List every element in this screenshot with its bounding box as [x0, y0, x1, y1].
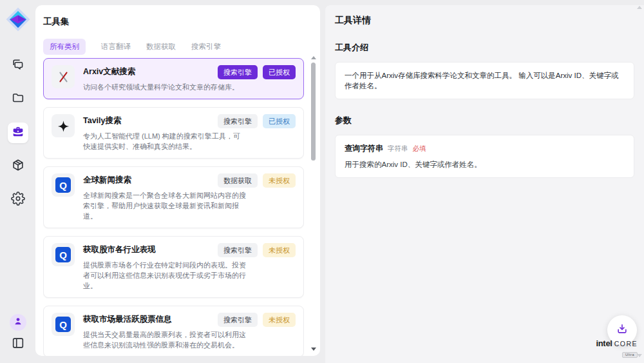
- list-scrollbar[interactable]: [310, 55, 316, 352]
- intro-text: 一个用于从Arxiv存储库搜索科学论文和文章的工具。 输入可以是Arxiv ID…: [345, 70, 625, 91]
- param-card: 查询字符串 字符串 必填 用于搜索的Arxiv ID、关键字或作者姓名。: [335, 135, 634, 178]
- tool-card[interactable]: Q获取市场最活跃股票信息搜索引擎未授权提供当天交易量最高的股票列表，投资者可以利…: [43, 306, 304, 356]
- tool-list: Arxiv文献搜索搜索引擎已授权访问各个研究领域大量科学论文和文章的存储库。Ta…: [43, 58, 304, 356]
- sidebar-item-settings[interactable]: [8, 190, 28, 210]
- category-tag: 搜索引擎: [218, 65, 258, 79]
- toolset-panel: 工具集 所有类别语言翻译数据获取搜索引擎 Arxiv文献搜索搜索引擎已授权访问各…: [35, 5, 320, 356]
- chat-icon: [11, 57, 25, 74]
- tool-card[interactable]: Q获取股市各行业表现搜索引擎未授权提供股票市场各个行业在特定时间段内的表现。投资…: [43, 236, 304, 298]
- tab-2[interactable]: 数据获取: [146, 39, 176, 55]
- user-icon: [13, 316, 23, 329]
- download-icon: [616, 322, 629, 338]
- star-icon: [52, 114, 75, 137]
- page-scroll-up-icon[interactable]: [637, 6, 642, 9]
- tool-name: 获取市场最活跃股票信息: [83, 313, 172, 325]
- sidebar-item-files[interactable]: [8, 89, 28, 110]
- sidebar: [0, 0, 35, 363]
- q-icon: Q: [52, 313, 75, 336]
- tool-desc: 专为人工智能代理 (LLM) 构建的搜索引擎工具，可快速提供实时、准确和真实的结…: [83, 131, 247, 152]
- status-badge: 已授权: [263, 65, 296, 79]
- sidebar-item-toolset[interactable]: [8, 123, 28, 143]
- tool-detail-panel: 工具详情 工具介绍 一个用于从Arxiv存储库搜索科学论文和文章的工具。 输入可…: [325, 5, 644, 363]
- param-required-badge: 必填: [413, 144, 426, 153]
- panel-toggle-button[interactable]: [10, 336, 26, 353]
- category-tag: 数据获取: [218, 173, 258, 188]
- intro-card: 一个用于从Arxiv存储库搜索科学论文和文章的工具。 输入可以是Arxiv ID…: [335, 62, 634, 99]
- q-icon: Q: [52, 243, 75, 266]
- param-name: 查询字符串: [345, 143, 383, 154]
- param-type: 字符串: [388, 144, 408, 153]
- scrollbar-thumb[interactable]: [311, 63, 316, 161]
- tool-name: 全球新闻搜索: [83, 173, 131, 186]
- page-scroll-down-icon[interactable]: [637, 354, 642, 357]
- tool-desc: 提供当天交易量最高的股票列表，投资者可以利用这些信息来识别流动性强的股票和潜在的…: [83, 329, 247, 350]
- tool-card[interactable]: Tavily搜索搜索引擎已授权专为人工智能代理 (LLM) 构建的搜索引擎工具，…: [43, 107, 304, 159]
- tool-desc: 访问各个研究领域大量科学论文和文章的存储库。: [83, 82, 247, 92]
- app-logo-icon: [5, 6, 32, 33]
- detail-title: 工具详情: [335, 15, 634, 26]
- sidebar-bottom: [0, 314, 35, 353]
- category-tag: 搜索引擎: [218, 313, 258, 327]
- package-icon: [11, 158, 25, 175]
- param-desc: 用于搜索的Arxiv ID、关键字或作者姓名。: [345, 160, 625, 170]
- tab-1[interactable]: 语言翻译: [101, 39, 131, 55]
- intel-core-logo: intel CORE Ultra: [596, 339, 638, 358]
- status-badge: 未授权: [263, 313, 296, 327]
- toolbox-icon: [11, 124, 25, 141]
- status-badge: 未授权: [263, 243, 296, 257]
- tool-card[interactable]: Arxiv文献搜索搜索引擎已授权访问各个研究领域大量科学论文和文章的存储库。: [43, 58, 304, 99]
- tool-name: Arxiv文献搜索: [83, 65, 135, 77]
- tool-desc: 提供股票市场各个行业在特定时间段内的表现。投资者可以利用这些信息来识别表现优于或…: [83, 260, 247, 291]
- sidebar-nav: [0, 55, 35, 210]
- toolset-title: 工具集: [43, 16, 320, 28]
- tool-desc: 全球新闻搜索是一个聚合全球各大新闻网站内容的搜索引擎，帮助用户快速获取全球最新资…: [83, 190, 247, 221]
- status-badge: 未授权: [263, 173, 296, 188]
- status-badge: 已授权: [263, 114, 296, 128]
- user-avatar[interactable]: [10, 314, 26, 331]
- arxiv-icon: [52, 65, 75, 88]
- sidebar-item-chat[interactable]: [8, 55, 28, 76]
- gear-icon: [11, 191, 25, 208]
- q-icon: Q: [52, 173, 75, 197]
- intro-header: 工具介绍: [335, 42, 634, 54]
- tab-3[interactable]: 搜索引擎: [191, 39, 221, 55]
- sidebar-item-packages[interactable]: [8, 156, 28, 177]
- folder-icon: [11, 91, 25, 108]
- core-wordmark: CORE: [614, 340, 638, 348]
- category-tag: 搜索引擎: [218, 243, 258, 257]
- category-tag: 搜索引擎: [218, 114, 258, 128]
- tab-0[interactable]: 所有类别: [43, 39, 86, 55]
- scroll-down-arrow-icon[interactable]: [311, 348, 316, 351]
- tool-name: 获取股市各行业表现: [83, 243, 156, 255]
- tool-name: Tavily搜索: [83, 114, 122, 126]
- category-tabs: 所有类别语言翻译数据获取搜索引擎: [43, 39, 320, 55]
- ultra-badge: Ultra: [622, 352, 638, 358]
- params-header: 参数: [335, 115, 634, 126]
- tool-card[interactable]: Q全球新闻搜索数据获取未授权全球新闻搜索是一个聚合全球各大新闻网站内容的搜索引擎…: [43, 166, 304, 228]
- scroll-up-arrow-icon[interactable]: [311, 56, 316, 59]
- panel-toggle-icon: [11, 336, 25, 353]
- intel-wordmark: intel: [596, 339, 612, 348]
